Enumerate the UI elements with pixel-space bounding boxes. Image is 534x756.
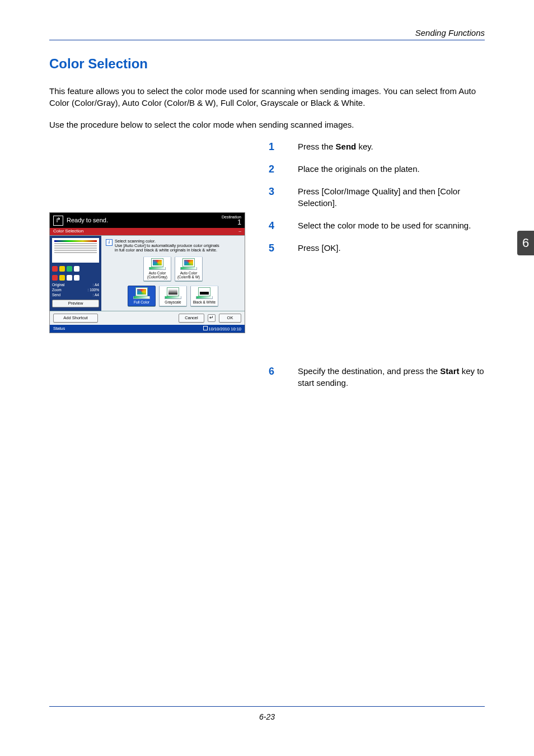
preview-thumbnail [52, 238, 99, 263]
preview-mini-icons-2 [52, 275, 99, 281]
option-auto-color-gray[interactable]: Auto Color (Color/Gray) [143, 256, 171, 281]
step-5: Press [OK]. [269, 242, 485, 254]
ok-button[interactable]: OK [219, 314, 241, 323]
status-time: 10/10/2010 10:10 [209, 326, 241, 332]
preview-original-value: : A4 [93, 283, 99, 287]
option-grayscale[interactable]: Grayscale [159, 286, 187, 306]
option-auto-color-bw[interactable]: Auto Color (Color/B & W) [175, 256, 203, 281]
subheader-title: Color Selection [53, 229, 83, 234]
subheader-close-icon[interactable]: – [239, 229, 241, 234]
device-panel: ↱ Ready to send. Destination 1 Color Sel… [49, 212, 245, 333]
option-full-color[interactable]: Full Color [128, 286, 156, 306]
preview-sidebar: Original: A4 Zoom: 100% Send: A4 Preview [50, 236, 101, 311]
send-icon: ↱ [53, 216, 63, 226]
steps-list: Press the Send key. Place the originals … [269, 141, 485, 389]
info-text: Select scanning color. Use [Auto Color] … [115, 239, 219, 253]
device-main: i Select scanning color. Use [Auto Color… [101, 236, 245, 311]
preview-zoom-label: Zoom [52, 288, 62, 292]
add-shortcut-button[interactable]: Add Shortcut [53, 314, 98, 323]
step-4: Select the color mode to be used for sca… [269, 220, 485, 232]
preview-original-label: Original [52, 283, 64, 287]
header-label: Sending Functions [49, 28, 485, 38]
enter-icon[interactable]: ↵ [208, 314, 216, 322]
preview-mini-icons [52, 266, 99, 272]
step-6: Specify the destination, and press the S… [269, 365, 485, 390]
intro-paragraph-2: Use the procedure below to select the co… [49, 119, 485, 130]
status-label[interactable]: Status [53, 326, 65, 331]
device-title: Ready to send. [67, 217, 218, 223]
battery-icon [203, 326, 208, 330]
step-2: Place the originals on the platen. [269, 163, 485, 175]
page-header: Sending Functions [49, 28, 485, 40]
preview-button[interactable]: Preview [52, 300, 99, 307]
status-bar: Status 10/10/2010 10:10 [50, 325, 245, 333]
page-footer: 6-23 [49, 706, 485, 721]
preview-zoom-value: : 100% [88, 288, 99, 292]
preview-send-label: Send [52, 293, 60, 297]
step-1: Press the Send key. [269, 141, 485, 153]
device-titlebar: ↱ Ready to send. Destination 1 [50, 213, 245, 228]
step-3: Press [Color/Image Quality] and then [Co… [269, 185, 485, 210]
option-black-white[interactable]: Black & White [190, 286, 218, 306]
preview-send-value: : A4 [93, 293, 99, 297]
info-icon: i [106, 239, 113, 246]
intro-paragraph-1: This feature allows you to select the co… [49, 85, 485, 109]
cancel-button[interactable]: Cancel [179, 314, 204, 323]
chapter-tab: 6 [517, 231, 534, 255]
destination-count: 1 [222, 219, 241, 226]
device-subheader: Color Selection – [50, 228, 245, 235]
section-title: Color Selection [49, 56, 485, 72]
